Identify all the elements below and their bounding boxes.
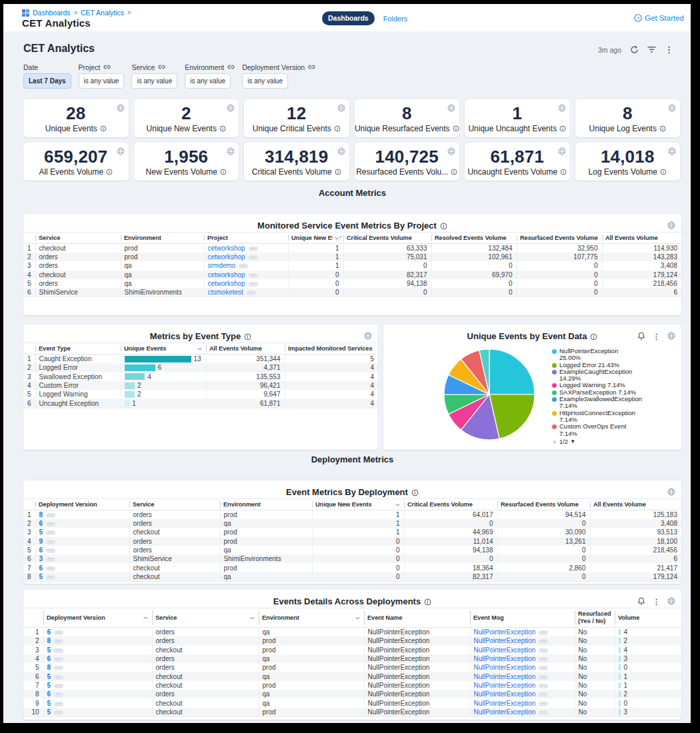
- info-icon[interactable]: [335, 169, 341, 175]
- bell-icon[interactable]: [637, 596, 645, 608]
- legend-item[interactable]: ExampleSwallowedException 7.14%: [552, 396, 679, 410]
- legend-page-down-icon[interactable]: ▼: [570, 438, 575, 444]
- cell-link[interactable]: srmdemo: [208, 262, 236, 269]
- column-header-all-events-volume[interactable]: All Events Volume: [206, 343, 285, 355]
- info-icon[interactable]: [220, 169, 227, 175]
- cell-link[interactable]: cetworkshop: [208, 253, 245, 261]
- more-pill[interactable]: ···: [539, 630, 548, 635]
- column-header-project[interactable]: Project: [204, 233, 288, 244]
- globe-icon[interactable]: [447, 103, 455, 115]
- cell-link[interactable]: cetworkshop: [208, 245, 245, 252]
- cell-link[interactable]: 6: [47, 628, 51, 636]
- legend-item[interactable]: Custom OverOps Event 7.14%: [552, 423, 679, 437]
- cell-link[interactable]: NullPointerException: [474, 646, 536, 654]
- more-pill[interactable]: ···: [539, 710, 548, 715]
- cell-link[interactable]: NullPointerException: [474, 664, 536, 671]
- more-pill[interactable]: ···: [54, 630, 63, 635]
- column-header-environment[interactable]: Environment: [259, 608, 364, 628]
- more-pill[interactable]: ···: [46, 575, 55, 580]
- info-icon[interactable]: [560, 169, 567, 175]
- globe-icon[interactable]: [337, 146, 345, 158]
- cell-link[interactable]: 5: [47, 646, 51, 654]
- column-header-deployment-version[interactable]: Deployment Version: [43, 608, 152, 628]
- sort-desc-icon[interactable]: [333, 235, 340, 243]
- cell-link[interactable]: 5: [47, 673, 51, 680]
- globe-icon[interactable]: [227, 103, 235, 115]
- column-header-unique-events[interactable]: Unique Events: [121, 343, 206, 355]
- more-pill[interactable]: ···: [46, 540, 55, 544]
- globe-icon[interactable]: [558, 146, 566, 158]
- pie-slice-NullPointerException[interactable]: [489, 349, 535, 394]
- cell-link[interactable]: NullPointerException: [474, 700, 536, 707]
- more-pill[interactable]: ···: [247, 291, 256, 295]
- filter-icon[interactable]: [647, 46, 656, 53]
- legend-item[interactable]: HttpHostConnectException 7.14%: [552, 410, 679, 424]
- legend-item[interactable]: ExampleCaughtException 14.29%: [552, 368, 679, 382]
- cell-link[interactable]: 5: [47, 682, 51, 689]
- more-pill[interactable]: ···: [539, 657, 548, 662]
- column-header-environment[interactable]: Environment: [121, 233, 204, 244]
- legend-page-up-icon[interactable]: ▲: [552, 438, 557, 444]
- globe-icon[interactable]: [447, 146, 455, 158]
- column-header-event-msg[interactable]: Event Msg: [470, 608, 575, 628]
- more-pill[interactable]: ···: [46, 522, 55, 526]
- more-pill[interactable]: ···: [54, 702, 63, 706]
- cell-link[interactable]: 6: [39, 520, 43, 527]
- more-pill[interactable]: ···: [539, 648, 548, 653]
- more-pill[interactable]: ···: [46, 530, 55, 535]
- sort-asc-icon[interactable]: [141, 615, 149, 622]
- cell-link[interactable]: cetworkshop: [208, 280, 245, 287]
- info-icon[interactable]: [244, 333, 251, 341]
- more-pill[interactable]: ···: [539, 666, 548, 670]
- more-options-icon[interactable]: ⋮: [665, 45, 673, 55]
- cell-link[interactable]: 6: [47, 655, 51, 662]
- cell-link[interactable]: NullPointerException: [474, 708, 536, 716]
- info-icon[interactable]: [100, 125, 107, 132]
- sort-desc-icon[interactable]: [248, 615, 255, 622]
- cell-link[interactable]: 5: [47, 700, 51, 707]
- cell-link[interactable]: ctsmoketest: [208, 289, 243, 296]
- cell-link[interactable]: NullPointerException: [474, 637, 536, 644]
- column-header-impacted-monitored-services[interactable]: Impacted Monitored Services: [285, 343, 378, 355]
- cell-link[interactable]: 5: [39, 573, 43, 580]
- info-icon[interactable]: [453, 125, 459, 132]
- filter-value-button[interactable]: is any value: [242, 73, 288, 89]
- more-pill[interactable]: ···: [54, 657, 63, 662]
- legend-item[interactable]: NullPointerException 25.00%: [552, 348, 679, 362]
- column-header-service[interactable]: Service: [129, 499, 220, 510]
- info-icon[interactable]: [219, 125, 226, 132]
- more-pill[interactable]: ···: [46, 566, 55, 571]
- more-pill[interactable]: ···: [46, 513, 55, 518]
- get-started-link[interactable]: ? Get Started: [634, 14, 684, 22]
- refresh-icon[interactable]: [630, 45, 639, 54]
- column-header-resurfaced-events-volume[interactable]: Resurfaced Events Volume: [517, 233, 602, 244]
- cell-link[interactable]: NullPointerException: [474, 682, 536, 689]
- info-icon[interactable]: [424, 598, 431, 606]
- info-icon[interactable]: [660, 169, 667, 175]
- more-pill[interactable]: ···: [54, 692, 63, 697]
- more-pill[interactable]: ···: [54, 710, 63, 715]
- breadcrumb-cet-analytics[interactable]: CET Analytics: [81, 9, 124, 17]
- sort-desc-icon[interactable]: [195, 346, 203, 353]
- tab-dashboards[interactable]: Dashboards: [322, 11, 375, 25]
- filter-value-button[interactable]: Last 7 Days: [23, 73, 71, 89]
- more-pill[interactable]: ···: [249, 247, 258, 251]
- column-header-critical-events-volume[interactable]: Critical Events Volume: [343, 233, 431, 244]
- breadcrumb[interactable]: Dashboards > CET Analytics >: [22, 9, 131, 17]
- cell-link[interactable]: 6: [39, 546, 43, 554]
- info-icon[interactable]: [659, 125, 666, 132]
- filter-value-button[interactable]: is any value: [185, 73, 231, 89]
- info-icon[interactable]: [440, 223, 447, 230]
- globe-icon[interactable]: [668, 103, 676, 115]
- cell-link[interactable]: 5: [39, 528, 43, 536]
- globe-icon[interactable]: [667, 220, 675, 232]
- breadcrumb-dashboards[interactable]: Dashboards: [33, 9, 71, 17]
- cell-link[interactable]: 6: [39, 564, 43, 572]
- more-pill[interactable]: ···: [539, 675, 548, 680]
- column-header-event-type[interactable]: Event Type: [35, 343, 121, 355]
- globe-icon[interactable]: [117, 103, 125, 115]
- cell-link[interactable]: 5: [47, 708, 51, 716]
- more-pill[interactable]: ···: [54, 675, 63, 680]
- more-pill[interactable]: ···: [46, 557, 55, 562]
- column-header-volume[interactable]: Volume: [615, 608, 681, 628]
